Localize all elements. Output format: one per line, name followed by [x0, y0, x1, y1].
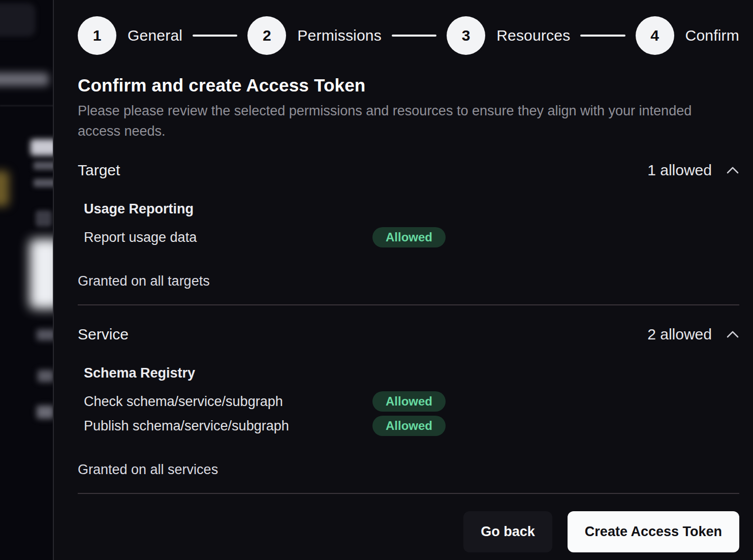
step-label: Confirm	[685, 27, 739, 44]
section-header-target[interactable]: Target 1 allowed	[78, 162, 739, 179]
blurred-text-line	[38, 370, 54, 382]
modal-footer: Go back Create Access Token	[78, 511, 739, 552]
permission-group-heading: Usage Reporting	[84, 201, 739, 217]
allowed-count: 1 allowed	[647, 162, 712, 179]
status-badge: Allowed	[372, 227, 446, 247]
permission-label: Check schema/service/subgraph	[84, 394, 372, 410]
blurred-icon	[36, 210, 52, 227]
section-title: Service	[78, 326, 129, 343]
granted-note: Granted on all services	[78, 459, 739, 480]
section-title: Target	[78, 162, 120, 179]
blurred-text-line	[34, 162, 54, 170]
status-badge: Allowed	[372, 416, 446, 436]
allowed-count: 2 allowed	[647, 326, 712, 343]
permission-label: Publish schema/service/subgraph	[84, 418, 372, 434]
blurred-text-line	[37, 329, 54, 340]
blurred-divider	[0, 105, 54, 106]
step-permissions[interactable]: 2 Permissions	[247, 16, 382, 55]
blurred-text-line	[34, 179, 54, 187]
stepper-connector	[580, 35, 625, 37]
create-access-token-modal: 1 General 2 Permissions 3 Resources 4 Co…	[55, 0, 753, 560]
stepper: 1 General 2 Permissions 3 Resources 4 Co…	[78, 16, 739, 55]
section-divider	[78, 493, 739, 494]
background-sidebar	[0, 0, 54, 560]
blurred-card	[29, 239, 54, 309]
permission-label: Report usage data	[84, 230, 372, 245]
blurred-accent-shape	[0, 171, 9, 206]
blurred-heading-text	[30, 139, 54, 155]
step-number-circle: 3	[447, 16, 485, 55]
permission-group-heading: Schema Registry	[84, 365, 739, 381]
step-label: Permissions	[297, 27, 382, 44]
step-general[interactable]: 1 General	[78, 16, 182, 55]
step-label: General	[128, 27, 182, 44]
stepper-connector	[392, 35, 436, 37]
permission-row: Publish schema/service/subgraph Allowed	[84, 414, 739, 438]
step-label: Resources	[496, 27, 570, 44]
section-header-service[interactable]: Service 2 allowed	[78, 326, 739, 343]
page-subtitle: Please please review the selected permis…	[78, 101, 703, 141]
blurred-logo-card	[0, 3, 36, 37]
granted-note: Granted on all targets	[78, 271, 739, 291]
go-back-button[interactable]: Go back	[463, 511, 552, 552]
step-number-circle: 1	[78, 16, 116, 55]
blurred-text-line	[37, 406, 54, 419]
blurred-nav-text	[0, 73, 49, 86]
step-resources[interactable]: 3 Resources	[447, 16, 570, 55]
page-title: Confirm and create Access Token	[78, 75, 739, 96]
step-confirm[interactable]: 4 Confirm	[636, 16, 739, 55]
status-badge: Allowed	[372, 391, 446, 412]
section-divider	[78, 304, 739, 305]
stepper-connector	[193, 35, 237, 37]
permission-row: Report usage data Allowed	[84, 225, 739, 250]
chevron-up-icon[interactable]	[726, 330, 739, 338]
permission-row: Check schema/service/subgraph Allowed	[84, 389, 739, 414]
step-number-circle: 2	[247, 16, 286, 55]
step-number-circle: 4	[636, 16, 674, 55]
chevron-up-icon[interactable]	[726, 166, 739, 174]
create-access-token-button[interactable]: Create Access Token	[568, 511, 739, 552]
